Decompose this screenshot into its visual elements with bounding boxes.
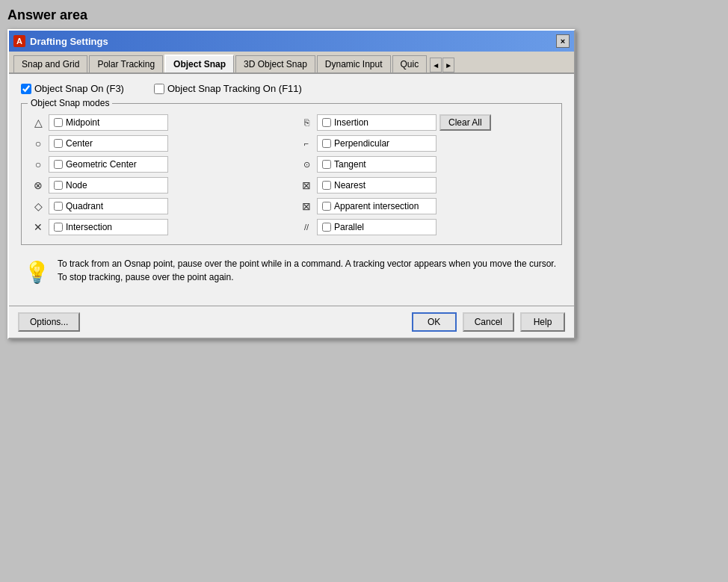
info-area: 💡 To track from an Osnap point, pause ov…: [21, 254, 562, 288]
tab-nav-left[interactable]: ◄: [430, 58, 442, 72]
top-checkboxes: Object Snap On (F3) Object Snap Tracking…: [21, 83, 562, 94]
answer-area-heading: Answer area: [7, 7, 87, 23]
tangent-checkbox-label[interactable]: Tangent: [317, 156, 437, 173]
parallel-checkbox-label[interactable]: Parallel: [317, 219, 437, 235]
snap-item-tangent: ⊙ Tangent: [299, 156, 552, 173]
snap-modes-grid: △ Midpoint ⎘ Insertion Clear All: [31, 114, 552, 235]
nearest-checkbox[interactable]: [322, 181, 331, 190]
insertion-checkbox[interactable]: [322, 118, 331, 127]
midpoint-checkbox-label[interactable]: Midpoint: [49, 114, 168, 131]
quadrant-checkbox-label[interactable]: Quadrant: [49, 198, 168, 214]
parallel-icon: //: [299, 223, 314, 232]
title-bar: A Drafting Settings ×: [9, 31, 574, 52]
center-checkbox-label[interactable]: Center: [49, 135, 168, 152]
snap-modes-group: Object Snap modes △ Midpoint ⎘ Insertion: [21, 103, 562, 245]
apparent-intersection-icon: ⊠: [299, 200, 314, 212]
snap-tracking-checkbox-row: Object Snap Tracking On (F11): [154, 83, 302, 94]
node-icon: ⊗: [31, 179, 46, 191]
apparent-intersection-label: Apparent intersection: [334, 201, 419, 211]
intersection-checkbox[interactable]: [54, 223, 63, 232]
parallel-checkbox[interactable]: [322, 223, 331, 232]
dialog-body: Object Snap On (F3) Object Snap Tracking…: [9, 74, 574, 306]
insertion-label: Insertion: [334, 117, 368, 128]
bottom-left-buttons: Options...: [18, 312, 80, 332]
object-snap-on-checkbox-row: Object Snap On (F3): [21, 83, 124, 94]
help-button[interactable]: Help: [520, 312, 565, 332]
snap-item-node: ⊗ Node: [31, 177, 284, 194]
info-text: To track from an Osnap point, pause over…: [58, 257, 559, 284]
geometric-center-icon: ○: [31, 158, 46, 170]
insertion-checkbox-label[interactable]: Insertion: [317, 114, 437, 131]
close-button[interactable]: ×: [556, 34, 570, 48]
insertion-icon: ⎘: [299, 117, 314, 128]
tangent-checkbox[interactable]: [322, 160, 331, 169]
tab-object-snap[interactable]: Object Snap: [164, 55, 234, 72]
tab-snap-grid[interactable]: Snap and Grid: [13, 55, 87, 72]
quadrant-checkbox[interactable]: [54, 202, 63, 211]
nearest-checkbox-label[interactable]: Nearest: [317, 177, 437, 194]
object-snap-on-checkbox[interactable]: [21, 84, 31, 94]
snap-tracking-label: Object Snap Tracking On (F11): [167, 83, 302, 94]
tab-dynamic-input[interactable]: Dynamic Input: [317, 55, 391, 72]
tab-bar: Snap and Grid Polar Tracking Object Snap…: [9, 52, 574, 74]
nearest-label: Nearest: [334, 180, 365, 191]
object-snap-on-label: Object Snap On (F3): [34, 83, 124, 94]
snap-item-intersection: ✕ Intersection: [31, 219, 284, 235]
snap-tracking-checkbox[interactable]: [154, 84, 164, 94]
geometric-center-label: Geometric Center: [66, 159, 137, 170]
snap-item-nearest: ⊠ Nearest: [299, 177, 552, 194]
snap-item-midpoint: △ Midpoint: [31, 114, 284, 131]
snap-item-geometric-center: ○ Geometric Center: [31, 156, 284, 173]
dialog-title: Drafting Settings: [30, 36, 108, 47]
tab-polar-tracking[interactable]: Polar Tracking: [89, 55, 163, 72]
center-label: Center: [66, 138, 93, 149]
perpendicular-checkbox-label[interactable]: Perpendicular: [317, 135, 437, 152]
quadrant-label: Quadrant: [66, 201, 103, 211]
group-box-legend: Object Snap modes: [28, 98, 112, 108]
snap-item-apparent-intersection: ⊠ Apparent intersection: [299, 198, 552, 214]
midpoint-icon: △: [31, 117, 46, 129]
options-button[interactable]: Options...: [18, 312, 80, 332]
apparent-intersection-checkbox-label[interactable]: Apparent intersection: [317, 198, 437, 214]
tab-3d-object-snap[interactable]: 3D Object Snap: [235, 55, 315, 72]
perpendicular-label: Perpendicular: [334, 138, 389, 149]
geometric-center-checkbox[interactable]: [54, 160, 63, 169]
snap-item-insertion: ⎘ Insertion Clear All: [299, 114, 552, 131]
midpoint-label: Midpoint: [66, 117, 99, 128]
bottom-right-buttons: OK Cancel Help: [412, 312, 565, 332]
apparent-intersection-checkbox[interactable]: [322, 202, 331, 211]
snap-item-perpendicular: ⌐ Perpendicular: [299, 135, 552, 152]
tab-quick[interactable]: Quic: [392, 55, 428, 72]
lightbulb-icon: 💡: [24, 260, 50, 285]
drafting-settings-dialog: A Drafting Settings × Snap and Grid Pola…: [7, 29, 576, 339]
cancel-button[interactable]: Cancel: [463, 312, 514, 332]
snap-item-parallel: // Parallel: [299, 219, 552, 235]
app-icon: A: [13, 35, 25, 47]
node-label: Node: [66, 180, 87, 191]
intersection-checkbox-label[interactable]: Intersection: [49, 219, 168, 235]
intersection-label: Intersection: [66, 222, 112, 232]
tab-nav-right[interactable]: ►: [442, 58, 454, 72]
perpendicular-checkbox[interactable]: [322, 139, 331, 148]
node-checkbox-label[interactable]: Node: [49, 177, 168, 194]
center-icon: ○: [31, 137, 46, 149]
snap-item-center: ○ Center: [31, 135, 284, 152]
midpoint-checkbox[interactable]: [54, 118, 63, 127]
tangent-label: Tangent: [334, 159, 366, 170]
clear-all-button[interactable]: Clear All: [439, 114, 491, 131]
node-checkbox[interactable]: [54, 181, 63, 190]
ok-button[interactable]: OK: [412, 312, 457, 332]
bottom-buttons: Options... OK Cancel Help: [9, 306, 574, 338]
intersection-icon: ✕: [31, 221, 46, 233]
perpendicular-icon: ⌐: [299, 139, 314, 148]
geometric-center-checkbox-label[interactable]: Geometric Center: [49, 156, 168, 173]
snap-item-quadrant: ◇ Quadrant: [31, 198, 284, 214]
parallel-label: Parallel: [334, 222, 364, 232]
nearest-icon: ⊠: [299, 179, 314, 191]
center-checkbox[interactable]: [54, 139, 63, 148]
tangent-icon: ⊙: [299, 160, 314, 170]
quadrant-icon: ◇: [31, 200, 46, 212]
